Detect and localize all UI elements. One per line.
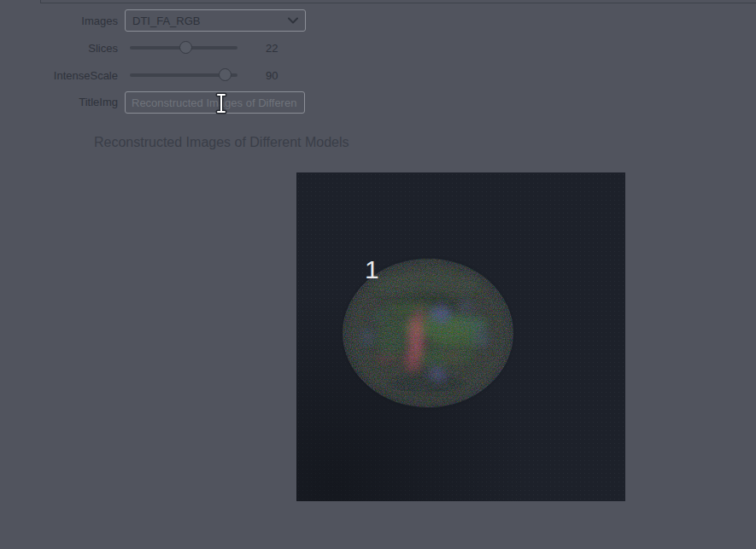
slice-number-label: 1 <box>365 255 379 284</box>
intensescale-slider[interactable] <box>130 73 237 77</box>
slices-value: 22 <box>266 43 300 54</box>
ibeam-cursor-icon <box>214 92 228 118</box>
slices-label: Slices <box>0 43 118 54</box>
images-label: Images <box>0 15 118 26</box>
slices-slider[interactable] <box>130 46 237 50</box>
cutoff-panel-border <box>40 0 756 3</box>
images-select[interactable]: DTI_FA_RGB <box>125 9 306 32</box>
intensescale-slider-thumb[interactable] <box>219 68 231 81</box>
page-title: Reconstructed Images of Different Models <box>94 134 349 150</box>
chevron-down-icon <box>288 17 298 24</box>
slices-slider-thumb[interactable] <box>179 41 192 54</box>
image-viewer-panel: 1 <box>296 172 625 501</box>
images-select-value: DTI_FA_RGB <box>132 15 288 27</box>
intensescale-value: 90 <box>266 70 300 81</box>
titleimg-label: TitleImg <box>0 96 118 108</box>
intensescale-label: IntenseScale <box>0 70 118 81</box>
